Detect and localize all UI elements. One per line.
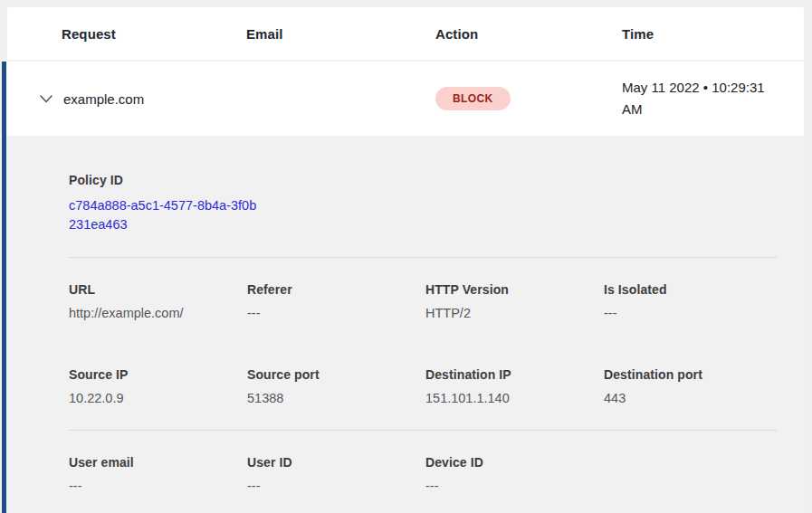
column-header-email: Email — [246, 26, 435, 42]
field-label: Destination IP — [425, 367, 604, 382]
field-user-id: User ID --- — [247, 455, 425, 493]
field-value: HTTP/2 — [425, 306, 604, 320]
field-source-port: Source port 51388 — [247, 367, 425, 405]
policy-id-link[interactable]: c784a888-a5c1-4577-8b4a-3f0b231ea463 — [69, 196, 261, 234]
policy-section: Policy ID c784a888-a5c1-4577-8b4a-3f0b23… — [69, 136, 779, 257]
column-header-time: Time — [622, 26, 804, 42]
field-device-id: Device ID --- — [425, 455, 604, 493]
request-domain: example.com — [63, 91, 246, 107]
field-label: Source port — [247, 367, 425, 382]
action-cell: BLOCK — [435, 87, 622, 110]
log-row[interactable]: example.com BLOCK May 11 2022 • 10:29:31… — [6, 62, 804, 136]
field-value: --- — [247, 306, 425, 320]
field-value: 51388 — [247, 391, 425, 405]
log-detail-panel: Policy ID c784a888-a5c1-4577-8b4a-3f0b23… — [6, 136, 804, 513]
field-referer: Referer --- — [247, 282, 425, 320]
field-label: Device ID — [425, 455, 604, 470]
field-label: Referer — [247, 282, 425, 297]
field-value: --- — [69, 479, 247, 493]
field-source-ip: Source IP 10.22.0.9 — [69, 367, 247, 405]
field-label: Source IP — [69, 367, 247, 382]
expanded-log-row-group: example.com BLOCK May 11 2022 • 10:29:31… — [2, 62, 804, 513]
field-value: http://example.com/ — [69, 306, 247, 320]
timestamp: May 11 2022 • 10:29:31 AM — [622, 77, 785, 120]
detail-row-user-info: User email --- User ID --- Device ID --- — [69, 431, 779, 493]
field-http-version: HTTP Version HTTP/2 — [425, 282, 604, 320]
field-label: Is Isolated — [604, 282, 782, 297]
column-header-action: Action — [435, 26, 622, 42]
field-label: HTTP Version — [425, 282, 604, 297]
field-empty — [604, 455, 782, 493]
field-user-email: User email --- — [69, 455, 247, 493]
column-header-request: Request — [62, 26, 246, 42]
field-value: --- — [425, 479, 604, 493]
collapse-row-button[interactable] — [37, 90, 55, 108]
field-destination-ip: Destination IP 151.101.1.140 — [425, 367, 604, 405]
field-value: --- — [247, 479, 425, 493]
field-is-isolated: Is Isolated --- — [604, 282, 782, 320]
detail-row-request-info: URL http://example.com/ Referer --- HTTP… — [69, 258, 779, 320]
table-header: Request Email Action Time — [7, 7, 804, 60]
field-value: 443 — [604, 391, 782, 405]
field-label: Destination port — [604, 367, 782, 382]
policy-id-label: Policy ID — [69, 173, 779, 187]
detail-row-network-info: Source IP 10.22.0.9 Source port 51388 De… — [69, 320, 779, 430]
action-badge-block: BLOCK — [435, 87, 511, 110]
gateway-logs-page: Request Email Action Time example.com BL… — [0, 7, 812, 513]
chevron-down-icon — [39, 92, 53, 105]
field-value: 10.22.0.9 — [69, 391, 247, 405]
field-label: User ID — [247, 455, 425, 470]
field-label: User email — [69, 455, 247, 470]
field-value: --- — [604, 306, 782, 320]
field-label: URL — [69, 282, 247, 297]
field-value: 151.101.1.140 — [425, 391, 604, 405]
field-url: URL http://example.com/ — [69, 282, 247, 320]
field-destination-port: Destination port 443 — [604, 367, 782, 405]
